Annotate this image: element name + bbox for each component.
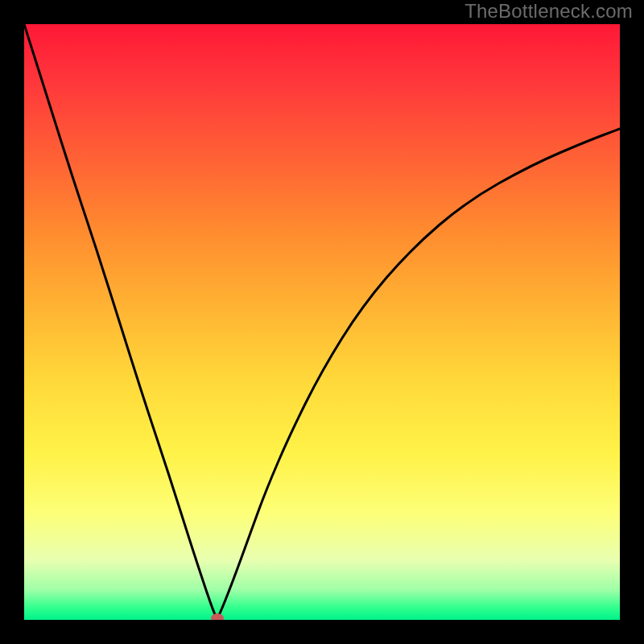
plot-area: [24, 24, 620, 620]
curve-svg: [24, 24, 620, 620]
v-curve: [24, 24, 620, 617]
chart-frame: TheBottleneck.com: [0, 0, 644, 644]
attribution-label: TheBottleneck.com: [464, 0, 633, 23]
curve-vertex-dot: [211, 613, 224, 620]
